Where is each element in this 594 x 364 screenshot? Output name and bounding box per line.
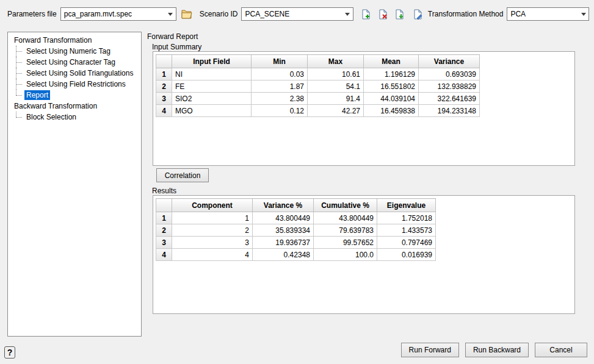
- variance-pct-cell: 35.839334: [253, 224, 314, 237]
- input-field-cell: SIO2: [172, 93, 252, 105]
- eigenvalue-cell: 1.752018: [377, 212, 436, 224]
- mean-cell: 1.196129: [364, 68, 419, 80]
- run-backward-button[interactable]: Run Backward: [465, 343, 529, 357]
- results-table: Component Variance % Cumulative % Eigenv…: [156, 198, 436, 261]
- row-number-cell: 4: [156, 249, 172, 261]
- column-header-max: Max: [308, 55, 364, 68]
- tree-item-forward-transformation[interactable]: Forward Transformation: [8, 35, 141, 46]
- column-header-min: Min: [252, 55, 308, 68]
- transformation-method-label: Transformation Method: [428, 10, 504, 18]
- page-title: Forward Report: [147, 32, 198, 41]
- cumulative-pct-cell: 99.57652: [314, 237, 377, 249]
- parameters-file-combobox[interactable]: pca_param.mvt.spec: [60, 7, 176, 21]
- row-number-cell: 2: [156, 224, 172, 237]
- table-row: 2 FE 1.87 54.1 16.551802 132.938829: [156, 80, 480, 93]
- component-cell: 2: [172, 224, 253, 237]
- rename-scenario-icon[interactable]: [412, 9, 423, 20]
- max-cell: 54.1: [308, 80, 364, 93]
- min-cell: 1.87: [252, 80, 308, 93]
- table-row: 3 3 19.936737 99.57652 0.797469: [156, 237, 436, 249]
- scenario-id-label: Scenario ID: [200, 10, 238, 18]
- table-row: 4 MGO 0.12 42.27 16.459838 194.233148: [156, 105, 480, 117]
- column-header-variance-pct: Variance %: [253, 199, 314, 212]
- parameters-file-label: Parameters file: [7, 10, 57, 18]
- eigenvalue-cell: 0.016939: [377, 249, 436, 261]
- row-number-cell: 3: [156, 93, 172, 105]
- scenario-id-value: PCA_SCENE: [245, 10, 289, 18]
- open-folder-icon[interactable]: [181, 9, 192, 20]
- column-header-eigenvalue: Eigenvalue: [377, 199, 436, 212]
- help-icon[interactable]: ?: [4, 346, 15, 359]
- corner-cell: [156, 199, 172, 212]
- results-panel: Component Variance % Cumulative % Eigenv…: [153, 195, 575, 314]
- cancel-button[interactable]: Cancel: [535, 343, 587, 357]
- corner-cell: [156, 55, 172, 68]
- scenario-id-combobox[interactable]: PCA_SCENE: [241, 7, 353, 21]
- component-cell: 1: [172, 212, 253, 224]
- input-summary-table: Input Field Min Max Mean Variance 1 NI 0…: [156, 54, 480, 117]
- new-scenario-icon[interactable]: [361, 9, 372, 20]
- mean-cell: 44.039104: [364, 93, 419, 105]
- table-row: 1 1 43.800449 43.800449 1.752018: [156, 212, 436, 224]
- max-cell: 42.27: [308, 105, 364, 117]
- delete-scenario-icon[interactable]: [377, 9, 388, 20]
- tree-item-report[interactable]: Report: [8, 90, 141, 101]
- cumulative-pct-cell: 79.639783: [314, 224, 377, 237]
- tree-item-backward-transformation[interactable]: Backward Transformation: [8, 101, 141, 112]
- variance-pct-cell: 43.800449: [253, 212, 314, 224]
- tree-item-select-numeric-tag[interactable]: Select Using Numeric Tag: [8, 46, 141, 57]
- min-cell: 2.38: [252, 93, 308, 105]
- row-number-cell: 4: [156, 105, 172, 117]
- row-number-cell: 3: [156, 237, 172, 249]
- cumulative-pct-cell: 43.800449: [314, 212, 377, 224]
- input-field-cell: FE: [172, 80, 252, 93]
- variance-pct-cell: 0.42348: [253, 249, 314, 261]
- row-number-cell: 1: [156, 212, 172, 224]
- tree-item-select-field-restrictions[interactable]: Select Using Field Restrictions: [8, 79, 141, 90]
- min-cell: 0.03: [252, 68, 308, 80]
- navigation-tree: Forward Transformation Select Using Nume…: [7, 32, 142, 337]
- footer-buttons: Run Forward Run Backward Cancel: [401, 343, 587, 357]
- input-field-cell: MGO: [172, 105, 252, 117]
- variance-cell: 194.233148: [419, 105, 480, 117]
- input-summary-panel: Input Field Min Max Mean Variance 1 NI 0…: [153, 51, 575, 166]
- table-row: 1 NI 0.03 10.61 1.196129 0.693039: [156, 68, 480, 80]
- column-header-cumulative-pct: Cumulative %: [314, 199, 377, 212]
- table-row: 3 SIO2 2.38 91.4 44.039104 322.641639: [156, 93, 480, 105]
- toolbar: Parameters file pca_param.mvt.spec Scena…: [0, 0, 594, 28]
- transformation-method-combobox[interactable]: PCA: [507, 7, 589, 21]
- variance-cell: 0.693039: [419, 68, 480, 80]
- eigenvalue-cell: 1.433573: [377, 224, 436, 237]
- table-row: 4 4 0.42348 100.0 0.016939: [156, 249, 436, 261]
- max-cell: 91.4: [308, 93, 364, 105]
- variance-cell: 322.641639: [419, 93, 480, 105]
- eigenvalue-cell: 0.797469: [377, 237, 436, 249]
- results-label: Results: [152, 187, 176, 195]
- parameters-file-value: pca_param.mvt.spec: [64, 10, 132, 18]
- chevron-down-icon: [165, 8, 176, 20]
- mean-cell: 16.459838: [364, 105, 419, 117]
- column-header-variance: Variance: [419, 55, 480, 68]
- variance-cell: 132.938829: [419, 80, 480, 93]
- min-cell: 0.12: [252, 105, 308, 117]
- correlation-button[interactable]: Correlation: [156, 168, 209, 182]
- cumulative-pct-cell: 100.0: [314, 249, 377, 261]
- run-forward-button[interactable]: Run Forward: [401, 343, 459, 357]
- tree-item-select-character-tag[interactable]: Select Using Character Tag: [8, 57, 141, 68]
- transformation-method-value: PCA: [510, 10, 526, 18]
- column-header-component: Component: [172, 199, 253, 212]
- max-cell: 10.61: [308, 68, 364, 80]
- row-number-cell: 2: [156, 80, 172, 93]
- input-summary-label: Input Summary: [152, 43, 201, 51]
- save-scenario-icon[interactable]: [394, 9, 405, 20]
- column-header-input-field: Input Field: [172, 55, 252, 68]
- tree-item-select-solid-triangulations[interactable]: Select Using Solid Triangulations: [8, 68, 141, 79]
- component-cell: 4: [172, 249, 253, 261]
- chevron-down-icon: [342, 8, 353, 20]
- input-field-cell: NI: [172, 68, 252, 80]
- component-cell: 3: [172, 237, 253, 249]
- row-number-cell: 1: [156, 68, 172, 80]
- variance-pct-cell: 19.936737: [253, 237, 314, 249]
- mean-cell: 16.551802: [364, 80, 419, 93]
- tree-item-block-selection[interactable]: Block Selection: [8, 112, 141, 123]
